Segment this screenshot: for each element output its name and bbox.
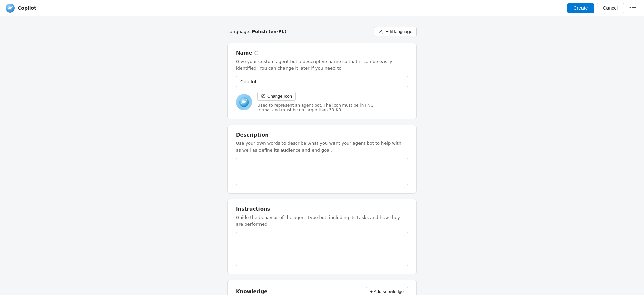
change-icon-button[interactable]: Change icon: [257, 92, 296, 101]
add-knowledge-label: + Add knowledge: [370, 289, 404, 294]
topnav-right: Create Cancel •••: [567, 3, 639, 13]
svg-point-4: [243, 101, 245, 103]
change-icon-label: Change icon: [267, 94, 292, 99]
change-icon-group: Change icon Used to represent an agent b…: [257, 92, 379, 112]
copilot-avatar-icon: [239, 97, 249, 108]
person-language-icon: [378, 29, 383, 34]
name-card-description: Give your custom agent bot a descriptive…: [236, 58, 408, 71]
language-label: Language: Polish (en-PL): [227, 29, 287, 34]
knowledge-header: Knowledge + Add knowledge: [236, 287, 408, 295]
icon-hint: Used to represent an agent bot. The icon…: [257, 103, 379, 112]
knowledge-card-title: Knowledge: [236, 289, 267, 295]
instructions-card: Instructions Guide the behavior of the a…: [227, 199, 417, 274]
center-panel: Language: Polish (en-PL) Edit language N…: [227, 27, 417, 295]
instructions-card-description: Guide the behavior of the agent-type bot…: [236, 214, 408, 227]
instructions-textarea[interactable]: [236, 232, 408, 266]
description-card-title: Description: [236, 132, 408, 138]
more-options-button[interactable]: •••: [627, 3, 639, 13]
ellipsis-icon: •••: [629, 4, 636, 11]
description-title-text: Description: [236, 132, 269, 138]
edit-language-label: Edit language: [385, 29, 412, 34]
shield-icon: [254, 51, 259, 55]
edit-language-button[interactable]: Edit language: [374, 27, 417, 36]
language-value: Polish (en-PL): [252, 29, 287, 34]
name-input[interactable]: [236, 76, 408, 87]
name-card: Name Give your custom agent bot a descri…: [227, 43, 417, 119]
topnav-left: Copilot: [5, 3, 36, 13]
create-button[interactable]: Create: [567, 3, 594, 13]
description-textarea[interactable]: [236, 158, 408, 185]
name-card-title: Name: [236, 50, 408, 56]
add-knowledge-button[interactable]: + Add knowledge: [366, 287, 408, 295]
instructions-title-text: Instructions: [236, 206, 270, 212]
copilot-avatar: [236, 94, 252, 110]
main-content: Language: Polish (en-PL) Edit language N…: [0, 16, 644, 295]
app-title: Copilot: [18, 5, 36, 11]
language-prefix: Language:: [227, 29, 252, 34]
description-card-description: Use your own words to describe what you …: [236, 140, 408, 153]
description-card: Description Use your own words to descri…: [227, 125, 417, 194]
knowledge-title-text: Knowledge: [236, 289, 267, 295]
svg-point-2: [380, 30, 382, 31]
instructions-card-title: Instructions: [236, 206, 408, 212]
icon-row: Change icon Used to represent an agent b…: [236, 92, 408, 112]
edit-icon: [261, 94, 266, 98]
copilot-logo-icon: [5, 3, 15, 13]
cancel-button[interactable]: Cancel: [597, 3, 624, 13]
language-bar: Language: Polish (en-PL) Edit language: [227, 27, 417, 36]
name-title-text: Name: [236, 50, 252, 56]
svg-point-1: [9, 7, 11, 9]
knowledge-card: Knowledge + Add knowledge Add data, file…: [227, 280, 417, 295]
topnav: Copilot Create Cancel •••: [0, 0, 644, 16]
